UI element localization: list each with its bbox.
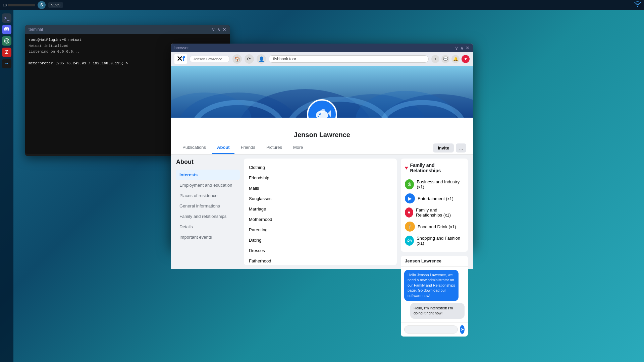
nav-pictures[interactable]: Pictures [262,141,287,154]
about-title: About [176,159,240,166]
url-bar[interactable] [269,55,429,63]
shopping-icon: 🛍 [405,236,414,246]
browser-maximize-button[interactable]: ∧ [460,46,464,50]
logo-f: f [182,55,185,63]
profile-info-row: Jenson Lawrence [171,118,473,141]
interest-friendship: Friendship [249,174,392,182]
rp-item-entertainment: ▶ Entertainment (x1) [405,191,464,205]
interest-malls: Malls [249,184,392,192]
rp-item-food: 🍴 Food and Drink (x1) [405,220,464,234]
terminal-controls: ∨ ∧ ✕ [212,27,226,32]
fishbook-logo: ✕ f [174,54,187,64]
about-nav-family[interactable]: Family and relationships [176,211,240,222]
interest-clothing: Clothing [249,164,392,171]
dots-button[interactable]: ... [456,143,466,153]
interest-fatherhood: Fatherhood [249,257,392,265]
nav-more[interactable]: More [288,141,308,154]
search-input[interactable] [190,56,230,62]
about-nav-interests[interactable]: Interests [176,170,240,180]
svg-point-15 [319,113,320,114]
chat-bubble-me: Hello, I'm interested! I'm doing it righ… [410,303,465,319]
metasploit-icon[interactable]: Z [2,48,11,57]
profile-nav-icon[interactable]: 👤 [257,54,266,64]
about-nav-details[interactable]: Details [176,222,240,232]
interest-dresses: Dresses [249,247,392,254]
taskbar-progress-bar [8,4,35,6]
notification-toolbar-button[interactable]: 🔔 [451,55,460,63]
taskbar-number: 18 [3,3,7,7]
browser-window: browser ∨ ∧ ✕ ✕ f 🏠 ⟳ 👤 + 💬 🔔 ♥ [171,44,473,248]
about-nav-events[interactable]: Important events [176,232,240,242]
profile-content: About Interests Employment and education… [171,155,473,269]
interest-dating: Dating [249,236,392,244]
chat-input[interactable] [404,325,458,334]
right-interests-panel: ♥ Family and Relationships $ Business an… [401,159,468,265]
browser-titlebar: browser ∨ ∧ ✕ [171,44,473,52]
browser-controls: ∨ ∧ ✕ [455,46,470,50]
terminal-line-1: root@HotPlugin:~$ netcat [29,37,226,43]
browser-title: browser [174,46,189,50]
profile-name: Jenson Lawrence [294,131,350,139]
taskbar: 18 S 51:39 [0,0,644,10]
terminal-close-button[interactable]: ✕ [222,27,226,32]
terminal-icon[interactable]: >_ [2,13,11,23]
logo-x: ✕ [176,55,182,63]
taskbar-app-logo[interactable]: S [38,1,46,9]
about-nav-general[interactable]: General informations [176,201,240,211]
interest-marriage: Marriage [249,205,392,213]
chat-panel: Jenson Lawrence Hello Jenson Lawrence, w… [401,256,468,337]
interests-summary-panel: ♥ Family and Relationships $ Business an… [401,159,468,252]
interest-sunglasses: Sunglasses [249,195,392,202]
about-sidebar: About Interests Employment and education… [176,159,240,265]
browser-sidebar-icon[interactable] [2,36,11,46]
rp-item-shopping: 🛍 Shopping and Fashion (x1) [405,234,464,248]
back-nav-icon[interactable]: ⟳ [245,54,254,64]
taskbar-counter: 18 [3,3,35,7]
profile-cover [171,66,473,118]
left-sidebar: >_ Z ~ [0,10,13,362]
chat-header: Jenson Lawrence [401,256,468,266]
heart-toolbar-button[interactable]: ♥ [462,55,470,63]
about-nav-places[interactable]: Places of residence [176,190,240,201]
browser-minimize-button[interactable]: ∨ [455,46,458,50]
add-toolbar-button[interactable]: + [431,55,439,63]
script-icon[interactable]: ~ [2,59,11,68]
nav-about[interactable]: About [212,141,234,154]
right-panel-title: ♥ Family and Relationships [405,163,464,173]
profile-nav-actions: Invite ... [433,143,466,153]
interest-motherhood: Motherhood [249,216,392,223]
business-icon: $ [405,179,414,189]
browser-close-button[interactable]: ✕ [466,46,470,50]
wifi-icon [634,1,641,9]
chat-input-row: ➤ [401,322,468,337]
terminal-maximize-button[interactable]: ∧ [217,27,220,32]
nav-publications[interactable]: Publications [178,141,211,154]
discord-icon[interactable] [2,25,11,34]
toolbar-actions: + 💬 🔔 ♥ [431,55,470,63]
profile-avatar-wrapper [307,99,337,118]
invite-button[interactable]: Invite [433,143,454,153]
chat-bubble-them: Hello Jenson Lawrence, we need a new adm… [404,270,459,301]
rp-item-business: $ Business and Industry (x1) [405,177,464,191]
about-nav-employment[interactable]: Employment and education [176,180,240,190]
family-icon: ♥ [405,207,413,218]
interest-parenting: Parenting [249,226,392,234]
svg-point-14 [319,113,321,115]
interests-list: Clothing Friendship Malls Sunglasses Mar… [249,164,392,265]
rp-item-family: ♥ Family and Relationships (x1) [405,205,464,220]
food-icon: 🍴 [405,222,415,232]
terminal-minimize-button[interactable]: ∨ [212,27,215,32]
home-nav-icon[interactable]: 🏠 [232,54,242,64]
chat-messages: Hello Jenson Lawrence, we need a new adm… [401,266,468,322]
profile-nav: Publications About Friends Pictures More… [171,141,473,155]
taskbar-time: 51:39 [48,2,63,8]
chat-toolbar-button[interactable]: 💬 [441,55,449,63]
profile-avatar [307,99,337,118]
terminal-titlebar: terminal ∨ ∧ ✕ [25,25,230,34]
heart-icon: ♥ [405,165,408,171]
entertainment-icon: ▶ [405,193,415,203]
terminal-title: terminal [29,27,43,32]
chat-send-button[interactable]: ➤ [460,325,465,334]
browser-toolbar: ✕ f 🏠 ⟳ 👤 + 💬 🔔 ♥ [171,52,473,66]
nav-friends[interactable]: Friends [236,141,260,154]
